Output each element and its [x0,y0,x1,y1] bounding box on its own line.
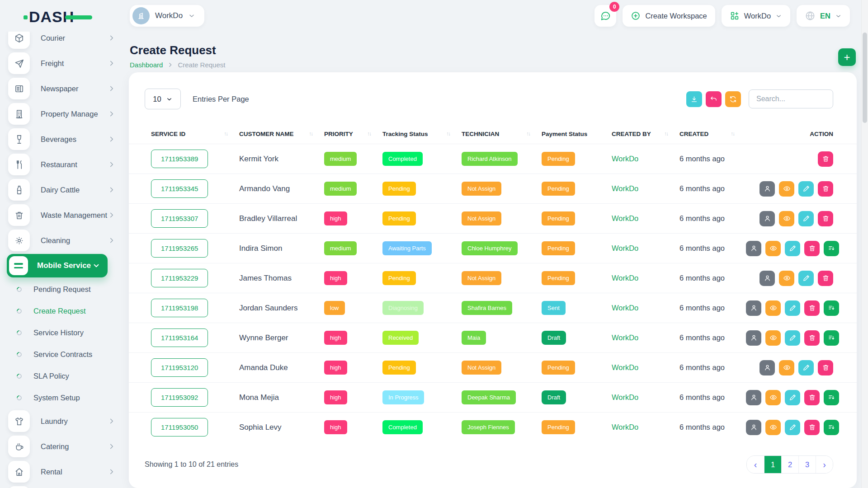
workspace-chip[interactable]: WorkDo [130,5,204,27]
view-button[interactable] [765,300,781,316]
service-id-pill[interactable]: 1711953198 [151,299,208,317]
delete-button[interactable] [818,211,833,226]
delete-button[interactable] [804,330,820,346]
created-by[interactable]: WorkDo [612,333,679,342]
convert-button[interactable] [824,330,839,346]
delete-button[interactable] [818,360,833,375]
edit-button[interactable] [798,211,814,226]
assign-button[interactable] [746,300,761,316]
edit-button[interactable] [785,420,800,435]
created-by[interactable]: WorkDo [612,214,679,223]
pagination-page-3[interactable]: 3 [798,456,816,473]
sidebar-item-freight[interactable]: Freight [0,51,128,76]
pagination-prev-button[interactable]: ‹ [747,456,764,473]
column-header-created[interactable]: CREATED↑↓ [679,131,746,137]
view-button[interactable] [779,360,794,375]
service-id-pill[interactable]: 1711953120 [151,358,208,377]
refresh-button[interactable] [725,91,741,107]
sort-icon[interactable]: ↑↓ [309,131,312,137]
assign-button[interactable] [760,271,775,286]
sort-icon[interactable]: ↑↓ [664,131,668,137]
view-button[interactable] [765,390,781,405]
created-by[interactable]: WorkDo [612,184,679,193]
service-id-pill[interactable]: 1711953307 [151,209,208,228]
sidebar-subitem-system-setup[interactable]: System Setup [0,387,128,408]
assign-button[interactable] [760,181,775,197]
edit-button[interactable] [785,300,800,316]
sidebar-item-catering[interactable]: Catering [0,434,128,459]
sidebar-item-rental[interactable]: Rental [0,459,128,484]
column-header-tracking-status[interactable]: Tracking Status↑↓ [382,131,462,137]
column-header-priority[interactable]: PRIORITY↑↓ [324,131,382,137]
sort-icon[interactable]: ↑↓ [367,131,371,137]
service-id-pill[interactable]: 1711953265 [151,239,208,258]
messages-button[interactable]: 0 [594,5,616,27]
edit-button[interactable] [785,390,800,405]
sort-icon[interactable]: ↑↓ [224,131,227,137]
assign-button[interactable] [746,420,761,435]
convert-button[interactable] [824,390,839,405]
sidebar-subitem-sla-policy[interactable]: SLA Policy [0,365,128,387]
view-button[interactable] [779,271,794,286]
service-id-pill[interactable]: 1711953050 [151,418,208,436]
view-button[interactable] [779,211,794,226]
created-by[interactable]: WorkDo [612,274,679,282]
created-by[interactable]: WorkDo [612,423,679,432]
convert-button[interactable] [824,420,839,435]
pagination-page-1[interactable]: 1 [764,456,781,473]
created-by[interactable]: WorkDo [612,363,679,372]
sidebar-item-dairy-cattle[interactable]: Dairy Cattle [0,177,128,202]
service-id-pill[interactable]: 1711953092 [151,388,208,407]
view-button[interactable] [765,241,781,256]
delete-button[interactable] [804,420,820,435]
service-id-pill[interactable]: 1711953229 [151,269,208,287]
search-input[interactable] [749,89,833,108]
pagination-page-2[interactable]: 2 [781,456,798,473]
workspace-switcher-button[interactable]: WorkDo [722,5,790,27]
column-header-customer-name[interactable]: CUSTOMER NAME↑↓ [239,131,324,137]
service-id-pill[interactable]: 1711953164 [151,328,208,347]
created-by[interactable]: WorkDo [612,393,679,402]
add-request-button[interactable]: + [838,48,856,66]
delete-button[interactable] [804,300,820,316]
delete-button[interactable] [818,151,833,167]
sidebar-item-waste-management[interactable]: Waste Management [0,202,128,228]
sidebar-item-laundry[interactable]: Laundry [0,408,128,434]
view-button[interactable] [765,330,781,346]
sidebar-item-mobile-service[interactable]: Mobile Service [7,254,108,277]
service-id-pill[interactable]: 1711953389 [151,150,208,168]
entries-per-page-select[interactable]: 10 [145,89,181,109]
sidebar-subitem-service-contracts[interactable]: Service Contracts [0,343,128,365]
created-by[interactable]: WorkDo [612,304,679,312]
convert-button[interactable] [824,300,839,316]
sort-icon[interactable]: ↑↓ [446,131,450,137]
assign-button[interactable] [746,241,761,256]
pagination-next-button[interactable]: › [816,456,833,473]
breadcrumb-dashboard-link[interactable]: Dashboard [130,61,163,69]
sidebar-subitem-pending-request[interactable]: Pending Request [0,278,128,300]
assign-button[interactable] [760,211,775,226]
service-id-pill[interactable]: 1711953345 [151,179,208,198]
reset-button[interactable] [706,91,722,107]
scrollbar-thumb[interactable] [863,33,867,123]
delete-button[interactable] [804,390,820,405]
view-button[interactable] [779,181,794,197]
sidebar-subitem-create-request[interactable]: Create Request [0,300,128,322]
language-selector-button[interactable]: EN [797,5,850,27]
sidebar-item-courier[interactable]: Courier [0,32,128,51]
column-header-technician[interactable]: TECHNICIAN↑↓ [462,131,542,137]
sidebar-item-cleaning[interactable]: Cleaning [0,228,128,253]
edit-button[interactable] [785,241,800,256]
sidebar-subitem-service-history[interactable]: Service History [0,322,128,343]
sidebar-item-property-manage[interactable]: Property Manage [0,101,128,127]
sort-icon[interactable]: ↑↓ [526,131,530,137]
page-scrollbar[interactable] [861,0,868,488]
assign-button[interactable] [746,330,761,346]
create-workspace-button[interactable]: Create Workspace [623,5,715,27]
convert-button[interactable] [824,241,839,256]
edit-button[interactable] [785,330,800,346]
sidebar-item-restaurant[interactable]: Restaurant [0,152,128,177]
sidebar-item-newspaper[interactable]: Newspaper [0,76,128,101]
sidebar-item-item[interactable] [0,484,128,488]
edit-button[interactable] [798,181,814,197]
